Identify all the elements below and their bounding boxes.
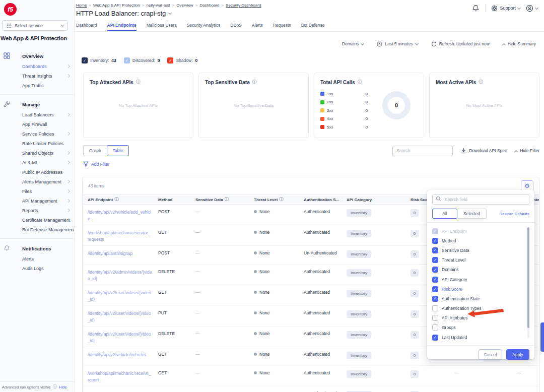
- column-header-authentication-s[interactable]: Authentication S...: [304, 198, 347, 202]
- field-search-input[interactable]: [432, 194, 529, 205]
- field-option-authentication-state[interactable]: ✓Authentication State: [432, 294, 529, 303]
- checkbox[interactable]: ✓: [432, 228, 438, 234]
- checkbox[interactable]: [432, 315, 438, 321]
- column-header-threat-level[interactable]: Threat Levelⓘ: [254, 197, 304, 203]
- breadcrumb-item[interactable]: Web App & API Protection: [93, 3, 140, 8]
- page-scrollbar[interactable]: [540, 322, 544, 352]
- panel-scrollbar[interactable]: [527, 227, 529, 338]
- checkbox[interactable]: ✓: [432, 286, 438, 292]
- breadcrumb-item[interactable]: Home: [76, 3, 87, 8]
- sidebar-item-shared-objects[interactable]: Shared Objects: [0, 148, 74, 158]
- tab-malicious-users[interactable]: Malicious Users: [147, 20, 177, 31]
- add-filter-button[interactable]: Add Filter: [83, 161, 109, 167]
- view-toggle-graph[interactable]: Graph: [83, 145, 107, 156]
- field-option-sensitive-data[interactable]: ✓Sensitive Data: [432, 245, 529, 255]
- view-toggle-table[interactable]: Table: [107, 145, 129, 156]
- apply-button[interactable]: Apply: [506, 349, 529, 360]
- checkbox[interactable]: ✓: [432, 296, 438, 302]
- api-endpoint-link[interactable]: /workshop/api/mechanic/receive_report: [83, 370, 158, 383]
- sidebar-item-rate-limiter-policies[interactable]: Rate Limiter Policies: [0, 139, 74, 148]
- select-service-dropdown[interactable]: Select service: [2, 20, 68, 31]
- sidebar-item-certificate-management[interactable]: Certificate Management: [0, 215, 74, 225]
- cancel-button[interactable]: Cancel: [479, 349, 502, 360]
- api-endpoint-link[interactable]: /identity/api/v2/user/videos/{video_id}: [83, 331, 158, 344]
- column-header-api-category[interactable]: API Category: [347, 198, 411, 202]
- breadcrumb-item[interactable]: Overview: [176, 3, 193, 8]
- panel-scrollbar-thumb[interactable]: [527, 227, 529, 328]
- sidebar-item-reports[interactable]: Reports: [0, 206, 74, 215]
- field-option-api-category[interactable]: ✓API Category: [432, 275, 529, 284]
- checkbox[interactable]: [432, 305, 438, 311]
- tab-dashboard[interactable]: Dashboard: [76, 20, 97, 31]
- hide-filter-toggle[interactable]: Hide Filter: [515, 148, 539, 153]
- api-endpoint-link[interactable]: /identity/api/v2/vehicle/vehicles: [83, 352, 158, 358]
- field-option-threat-level[interactable]: ✓Threat Level: [432, 255, 529, 265]
- time-range-dropdown[interactable]: Last 5 minutes: [377, 41, 418, 47]
- account-menu[interactable]: [526, 5, 538, 12]
- tab-api-endpoints[interactable]: API Endpoints: [107, 20, 137, 31]
- hide-nav-link[interactable]: Hide: [59, 385, 66, 389]
- support-menu[interactable]: Support: [491, 5, 520, 12]
- checkbox[interactable]: ✓: [82, 57, 88, 63]
- checkbox[interactable]: ✓: [432, 277, 438, 283]
- api-endpoint-link[interactable]: /identity/api/v2/admin/videos/{video_id}: [83, 269, 158, 282]
- api-endpoint-link[interactable]: /identity/api/v2/user/videos/{video_id}: [83, 290, 158, 302]
- download-api-spec-button[interactable]: Download API Spec: [461, 148, 507, 154]
- sidebar-item-alerts-management[interactable]: Alerts Management: [0, 177, 74, 186]
- restore-defaults-link[interactable]: Restore Defaults: [499, 212, 529, 216]
- sidebar-item-api-management[interactable]: API Management: [0, 196, 74, 206]
- sidebar-item-ai-ml[interactable]: AI & ML: [0, 158, 74, 167]
- sidebar-item-files[interactable]: Files: [0, 186, 74, 196]
- tab-ddos[interactable]: DDoS: [230, 20, 242, 31]
- checkbox[interactable]: ✓: [432, 247, 438, 253]
- checkbox[interactable]: ✓: [432, 335, 438, 341]
- filter-all-button[interactable]: All: [432, 209, 457, 219]
- field-option-domains[interactable]: ✓Domains: [432, 265, 529, 275]
- checkbox[interactable]: ✓: [432, 267, 438, 273]
- field-option-groups[interactable]: Groups: [432, 323, 529, 333]
- tab-bot-defense[interactable]: Bot Defense: [301, 20, 325, 31]
- filter-selected-button[interactable]: Selected: [457, 209, 487, 219]
- api-endpoint-link[interactable]: /identity/api/v2/user/videos/{video_id}: [83, 310, 158, 323]
- sidebar-item-public-ip-addresses[interactable]: Public IP Addresses: [0, 167, 74, 177]
- checkbox[interactable]: [432, 324, 438, 331]
- sidebar-item-audit-logs[interactable]: Audit Logs: [0, 264, 74, 273]
- field-option-method[interactable]: ✓Method: [432, 236, 529, 245]
- sidebar-item-app-traffic[interactable]: App Traffic: [0, 81, 74, 90]
- notifications-bell-icon[interactable]: [472, 4, 480, 12]
- sidebar-item-load-balancers[interactable]: Load Balancers: [0, 110, 74, 119]
- field-option-api-endpoint[interactable]: ✓API Endpoint: [432, 226, 529, 236]
- chevron-down-icon[interactable]: [168, 11, 172, 15]
- field-option-last-updated[interactable]: ✓Last Updated: [432, 333, 529, 342]
- checkbox[interactable]: ✓: [432, 238, 438, 244]
- checkbox[interactable]: ✓: [167, 57, 173, 63]
- api-endpoint-link[interactable]: /workshop/api/mechanic/service_requests: [83, 230, 158, 242]
- api-endpoint-link[interactable]: /identity/api/v2/vehicle/add_vehicle: [83, 209, 158, 222]
- hide-summary-toggle[interactable]: Hide Summary: [503, 41, 536, 46]
- field-option-risk-score[interactable]: ✓Risk Score: [432, 284, 529, 294]
- sidebar-item-bot-defense-management[interactable]: Bot Defense Management: [0, 225, 74, 234]
- sidebar-item-alerts[interactable]: Alerts: [0, 254, 74, 264]
- inventory-filter-shadow[interactable]: ✓Shadow:0: [167, 57, 197, 63]
- sidebar-item-dashboards[interactable]: Dashboards: [0, 61, 74, 71]
- checkbox[interactable]: ✓: [124, 57, 130, 63]
- inventory-filter-inventory[interactable]: ✓Inventory:43: [82, 57, 116, 63]
- sidebar-item-service-policies[interactable]: Service Policies: [0, 129, 74, 139]
- tab-alerts[interactable]: Alerts: [252, 20, 263, 31]
- sidebar-item-threat-insights[interactable]: Threat Insights: [0, 71, 74, 81]
- domains-dropdown[interactable]: Domains: [342, 41, 364, 46]
- search-input[interactable]: [392, 146, 453, 156]
- tab-security-analytics[interactable]: Security Analytics: [187, 20, 221, 31]
- inventory-filter-discovered[interactable]: ✓Discovered:0: [124, 57, 160, 63]
- column-header-api-endpoint[interactable]: API Endpointⓘ: [83, 197, 158, 203]
- tab-requests[interactable]: Requests: [273, 20, 291, 31]
- breadcrumb-item[interactable]: nelly-waf-test: [146, 3, 170, 8]
- refresh-button[interactable]: Refresh: Updated just now: [431, 41, 490, 47]
- checkbox[interactable]: ✓: [432, 257, 438, 263]
- api-endpoint-link[interactable]: /identity/api/auth/signup: [83, 250, 158, 257]
- column-header-method[interactable]: Method: [158, 198, 195, 202]
- column-header-sensitive-data[interactable]: Sensitive Dataⓘ: [195, 197, 254, 203]
- breadcrumb-item[interactable]: Dashboard: [199, 3, 219, 8]
- f5-logo[interactable]: f5: [4, 3, 17, 16]
- sidebar-item-app-firewall[interactable]: App Firewall: [0, 119, 74, 129]
